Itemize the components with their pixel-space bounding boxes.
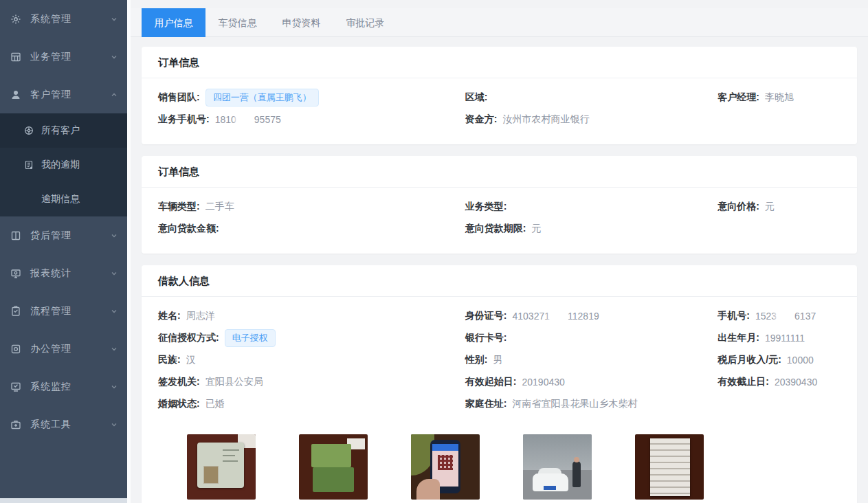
field-value: 4103271112819 [513,311,599,322]
field-value: 河南省宜阳县花果山乡木柴村 [513,398,638,410]
field-label: 银行卡号: [465,332,507,344]
sidebar-item-label: 客户管理 [30,89,111,101]
sidebar-item-system-management[interactable]: 系统管理 [0,0,127,38]
field-label: 区域: [465,91,488,104]
borrower-info-card: 借款人信息 姓名: 周志洋 身份证号: 4103271112819 手机号: 1… [142,265,857,503]
chevron-down-icon [111,344,118,355]
grid-icon [10,51,22,63]
paper-document-thumbnail[interactable] [635,434,704,500]
field-business-phone: 业务手机号: 181095575 [158,109,465,131]
field-id-number: 身份证号: 4103271112819 [465,305,717,327]
monitor-check-icon [10,381,22,393]
field-value: 二手车 [205,201,234,213]
field-account-manager: 客户经理: 李晓旭 [717,87,841,109]
sidebar-item-customer-management[interactable]: 客户管理 [0,76,127,113]
field-label: 资金方: [465,113,498,126]
sales-team-tag[interactable]: 四团一营（直属王鹏飞） [205,89,319,107]
field-label: 签发机关: [158,376,200,388]
field-marital-status: 婚姻状态: 已婚 [158,393,465,415]
field-label: 民族: [158,354,181,366]
sidebar-item-office-management[interactable]: 办公管理 [0,330,127,368]
license-photo-thumbnail[interactable] [299,434,368,500]
field-value: 元 [765,201,775,213]
photo-person-with-car[interactable]: 合影 [523,434,592,503]
sidebar-item-business-management[interactable]: 业务管理 [0,38,127,76]
field-label: 客户经理: [717,91,759,104]
sidebar-item-system-tools[interactable]: 系统工具 [0,405,127,443]
sidebar-item-all-customers[interactable]: 所有客户 [0,113,127,148]
field-monthly-income: 税后月收入/元: 10000 [717,349,841,371]
sidebar-item-report-statistics[interactable]: 报表统计 [0,254,127,292]
field-value: 已婚 [205,398,225,410]
notebook-icon [23,159,34,170]
field-label: 业务类型: [465,201,507,213]
sidebar-item-label: 流程管理 [30,305,111,317]
sidebar-item-label: 业务管理 [30,51,111,63]
field-value: 宜阳县公安局 [205,376,263,388]
sidebar-item-label: 逾期信息 [41,193,80,205]
chevron-down-icon [111,306,118,317]
sidebar-item-label: 系统管理 [30,13,111,25]
field-label: 意向贷款金额: [158,223,219,235]
field-label: 手机号: [717,310,750,322]
field-vehicle-type: 车辆类型: 二手车 [158,196,465,218]
credit-auth-tag[interactable]: 电子授权 [225,329,276,347]
clipboard-icon [10,305,22,317]
field-label: 身份证号: [465,310,507,322]
field-value: 周志洋 [186,310,215,322]
sidebar-item-my-overdue[interactable]: 我的逾期 [0,148,127,182]
sidebar-item-label: 所有客户 [41,124,80,137]
field-value: 男 [493,354,503,366]
chevron-down-icon [111,230,118,241]
document-photos: 身份证 驾驶证照片 征信截图 [158,415,841,503]
tab-approval-records[interactable]: 审批记录 [333,8,397,37]
tab-car-loan-info[interactable]: 车贷信息 [205,8,269,37]
chevron-up-icon [111,89,118,100]
sidebar-item-label: 贷后管理 [30,230,111,242]
field-value: 20190430 [522,377,565,388]
photo-credit-screenshot[interactable]: 征信截图 [411,434,480,503]
order-info-card: 订单信息 销售团队: 四团一营（直属王鹏飞） 区域: 客户经理: 李晓旭 [142,47,857,144]
field-valid-until: 有效截止日: 20390430 [717,371,841,393]
sidebar-item-label: 我的逾期 [41,159,80,171]
vehicle-order-card: 订单信息 车辆类型: 二手车 业务类型: 意向价格: 元 [142,156,857,254]
field-label: 有效起始日: [465,376,517,388]
field-label: 税后月收入/元: [717,354,781,366]
field-home-address: 家庭住址: 河南省宜阳县花果山乡木柴村 [465,393,717,415]
tab-user-info[interactable]: 用户信息 [142,8,205,37]
archive-icon [10,343,22,355]
credit-screenshot-thumbnail[interactable] [411,434,480,500]
sidebar-item-process-management[interactable]: 流程管理 [0,292,127,330]
sidebar: 系统管理 业务管理 客户管理 所有客户 [0,0,127,503]
content-area: 用户信息 车贷信息 申贷资料 审批记录 订单信息 销售团队: 四团一营（直属王鹏… [127,0,868,503]
person-car-photo-thumbnail[interactable] [523,434,592,500]
photo-id-card[interactable]: 身份证 [187,434,256,503]
tab-loan-application-docs[interactable]: 申贷资料 [269,8,333,37]
field-label: 家庭住址: [465,398,507,410]
photo-license-booklet[interactable]: 驾驶证照片 [299,434,368,503]
field-valid-from: 有效起始日: 20190430 [465,371,717,393]
sidebar-item-postloan-management[interactable]: 贷后管理 [0,216,127,254]
redaction-patch [550,311,568,321]
sidebar-item-overdue-info[interactable]: 逾期信息 [0,182,127,216]
gear-icon [10,13,22,25]
id-card-photo-thumbnail[interactable] [187,434,256,500]
field-bank-card-number: 银行卡号: [465,327,717,349]
sidebar-item-label: 系统工具 [30,418,111,431]
field-label: 车辆类型: [158,201,200,213]
card-title: 订单信息 [142,47,857,78]
field-gender: 性别: 男 [465,349,717,371]
field-mobile: 手机号: 15236137 [717,305,841,327]
photo-paper-document[interactable]: 村委证明 [635,434,704,503]
toolbox-icon [10,418,22,431]
sidebar-item-label: 系统监控 [30,381,111,393]
card-title: 借款人信息 [142,265,857,297]
field-value: 19911111 [765,333,805,344]
sidebar-item-system-monitoring[interactable]: 系统监控 [0,368,127,405]
field-credit-auth-method: 征信授权方式: 电子授权 [158,327,465,349]
redaction-patch [236,114,254,124]
field-label: 意向贷款期限: [465,223,526,235]
field-issuing-authority: 签发机关: 宜阳县公安局 [158,371,465,393]
field-business-type: 业务类型: [465,196,717,218]
monitor-icon [10,267,22,280]
